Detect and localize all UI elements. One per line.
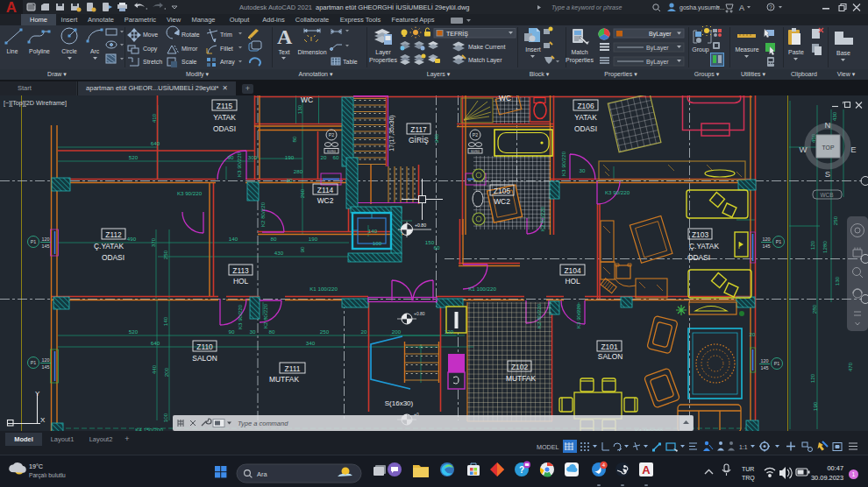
svg-text:YATAK: YATAK [574,113,597,122]
svg-text:Move: Move [143,32,158,38]
svg-text:1:1: 1:1 [739,444,748,450]
svg-text:145: 145 [42,244,50,249]
svg-text:470: 470 [847,362,853,371]
svg-text:ODASI: ODASI [213,124,236,133]
svg-text:Stretch: Stretch [143,59,162,65]
svg-text:490: 490 [127,236,137,242]
svg-text:Polyline: Polyline [29,48,50,55]
svg-text:370: 370 [150,237,156,247]
svg-text:640: 640 [151,340,160,346]
svg-text:640: 640 [151,140,160,146]
svg-text:K3 90/220: K3 90/220 [605,189,630,195]
svg-text:145: 145 [761,365,769,371]
svg-text:120: 120 [763,236,771,242]
svg-text:P2: P2 [473,132,478,138]
svg-text:SALON: SALON [192,354,217,363]
svg-text:Line: Line [7,48,18,54]
svg-text:120: 120 [445,328,454,335]
svg-text:S(16x30): S(16x30) [385,399,414,407]
svg-text:260: 260 [299,188,305,198]
svg-text:Group: Group [692,46,709,53]
svg-text:140: 140 [162,316,168,326]
svg-text:Make Current: Make Current [468,44,505,50]
svg-text:Layer: Layer [375,49,391,56]
svg-text:Z111: Z111 [285,364,301,373]
svg-text:N: N [825,120,831,130]
svg-text:A: A [739,4,744,12]
svg-text:Ara: Ara [257,470,267,478]
svg-text:HOL: HOL [565,277,580,286]
svg-text:P1: P1 [31,239,37,244]
svg-text:130: 130 [296,104,302,114]
svg-text:P1: P1 [774,361,780,366]
svg-text:GİRİŞ: GİRİŞ [409,136,429,145]
svg-text:K3 90/220: K3 90/220 [236,152,242,177]
svg-text:A: A [6,0,17,14]
svg-text:P1: P1 [776,239,782,244]
svg-text:30: 30 [580,167,586,173]
svg-text:TEFRİŞ: TEFRİŞ [446,30,468,38]
svg-text:ByLayer: ByLayer [649,31,672,38]
svg-text:145: 145 [763,244,771,249]
svg-text:Fillet: Fillet [220,46,233,52]
svg-text:60/60: 60/60 [327,149,337,153]
svg-text:S: S [825,169,830,179]
svg-text:Z110: Z110 [196,342,213,351]
svg-text:MODEL: MODEL [537,443,559,451]
svg-text:1280: 1280 [822,241,828,253]
svg-text:ByLayer: ByLayer [646,59,669,66]
svg-text:120: 120 [42,357,50,363]
svg-text:ODASI: ODASI [574,124,597,133]
svg-text:Match Layer: Match Layer [468,57,502,64]
svg-text:K2 80/220: K2 80/220 [539,206,545,231]
svg-text:Arc: Arc [90,48,100,54]
svg-text:Z112: Z112 [105,230,122,239]
svg-text:K1 100/220: K1 100/220 [309,286,338,292]
svg-text:Z106: Z106 [577,102,594,110]
svg-text:250: 250 [162,250,168,259]
svg-text:E: E [850,145,856,154]
svg-text:WCB: WCB [821,192,834,198]
svg-text:190: 190 [812,401,818,411]
svg-text:W: W [800,145,808,154]
svg-text:140: 140 [229,236,238,242]
svg-text:80: 80 [291,136,297,142]
svg-text:Rotate: Rotate [181,32,200,38]
svg-text:WC2: WC2 [317,196,334,205]
svg-text:+0.80: +0.80 [415,222,426,228]
svg-text:Z115: Z115 [217,102,233,110]
svg-text:K3 90/220: K3 90/220 [237,304,243,329]
svg-text:100: 100 [162,413,168,422]
svg-text:60: 60 [434,244,440,251]
svg-text:Y: Y [35,390,40,398]
svg-text:20: 20 [321,154,327,160]
svg-text:Insert: Insert [525,46,541,53]
svg-text:940: 940 [433,133,439,143]
svg-text:280: 280 [294,168,303,174]
svg-text:Properties: Properties [566,57,594,64]
svg-text:WC: WC [301,95,313,104]
svg-text:300: 300 [248,154,258,160]
svg-text:145: 145 [42,364,50,370]
svg-text:?: ? [519,465,524,475]
svg-text:90: 90 [229,328,235,335]
svg-text:K1 100/220: K1 100/220 [468,286,496,292]
svg-text:90: 90 [228,154,234,160]
svg-text:200: 200 [392,328,402,335]
svg-text:00:47: 00:47 [828,464,844,472]
svg-text:TOP: TOP [822,145,835,151]
svg-text:Base: Base [836,50,850,56]
svg-text:ByLayer: ByLayer [646,45,669,52]
svg-text:Z102: Z102 [511,363,528,371]
svg-text:Array: Array [220,59,235,66]
svg-text:Autodesk AutoCAD 2021: Autodesk AutoCAD 2021 [239,4,312,11]
svg-text:17(17,35x30): 17(17,35x30) [388,115,395,151]
svg-text:1: 1 [852,471,856,477]
svg-text:430: 430 [274,250,284,256]
svg-text:X: X [40,416,46,424]
svg-text:Properties: Properties [369,57,397,64]
svg-text:Dimension: Dimension [297,49,326,55]
svg-text:60: 60 [333,154,339,160]
svg-text:TUR: TUR [742,466,754,472]
svg-text:Ç.YATAK: Ç.YATAK [94,242,124,251]
